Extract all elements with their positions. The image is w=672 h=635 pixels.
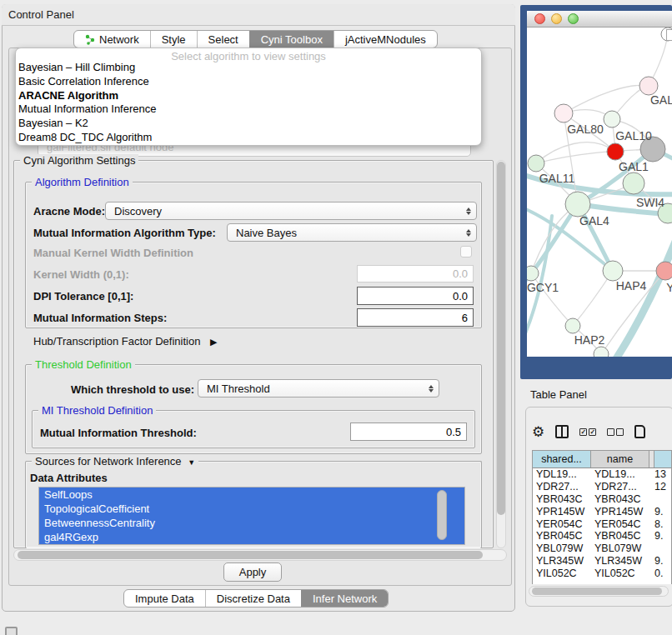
network-node[interactable] [565,318,580,333]
network-node[interactable] [639,77,658,95]
collapsed-arrow-icon: ▶ [210,337,217,348]
network-node[interactable] [603,261,623,281]
combo-spinner-icon [463,205,474,218]
apply-button[interactable]: Apply [223,562,282,582]
combo-spinner-icon [463,227,474,239]
mi-steps-field[interactable]: 6 [357,308,474,327]
mi-algorithm-type-combo[interactable]: Naive Bayes [227,223,477,242]
dpi-tolerance-field[interactable]: 0.0 [357,287,474,305]
attribute-list-item[interactable]: TopologicalCoefficient [39,502,464,516]
node-table: shared... name YDL19...YDL19...13YDR27..… [532,450,672,584]
new-table-icon[interactable] [634,425,645,438]
node-label: GCY1 [527,281,559,294]
minimize-window-icon[interactable] [551,13,562,24]
attributes-list-scrollbar[interactable] [437,490,447,540]
select-all-checkboxes-icon[interactable]: ✓✓ [579,428,596,436]
network-node[interactable] [623,172,644,194]
deselect-all-checkboxes-icon[interactable] [607,428,624,436]
column-header-third[interactable] [654,451,671,468]
node-label: Y [666,281,672,294]
algorithm-option[interactable]: Bayesian – K2 [16,117,481,131]
node-label: GAL11 [539,172,575,185]
tab-select[interactable]: Select [197,31,249,48]
tab-cyni-toolbox[interactable]: Cyni Toolbox [249,31,333,48]
node-label: HAP4 [616,279,647,292]
table-row[interactable]: YBR045CYBR045C9. [533,530,671,542]
tab-jactivemnodules[interactable]: jActiveMNodules [333,31,437,48]
table-row[interactable]: YPR145WYPR145W9. [533,505,671,518]
tab-impute-data[interactable]: Impute Data [124,590,205,607]
table-row[interactable]: YBR043CYBR043C [533,493,671,506]
manual-kernel-width-label: Manual Kernel Width Definition [33,247,193,259]
column-header-name[interactable]: name [591,451,649,468]
network-node[interactable] [554,104,573,122]
data-attributes-list[interactable]: SelfLoopsTopologicalCoefficientBetweenne… [38,487,465,545]
algorithm-option[interactable]: Basic Correlation Inference [16,75,481,89]
control-panel-tab-bar: Network Style Select Cyni Toolbox jActiv… [73,30,438,48]
kernel-width-label: Kernel Width (0,1): [33,268,129,281]
which-threshold-combo[interactable]: MI Threshold [198,379,439,398]
tab-infer-network[interactable]: Infer Network [301,590,388,607]
network-node[interactable] [527,266,539,281]
attribute-list-item[interactable]: SelfLoops [39,488,464,502]
network-node[interactable] [565,192,590,217]
table-row[interactable]: YER054CYER054C8. [533,518,671,530]
table-horizontal-scrollbar-thumb[interactable] [532,588,662,595]
table-row[interactable]: YBL079WYBL079W [533,542,671,555]
dpi-tolerance-label: DPI Tolerance [0,1]: [33,290,133,302]
settings-vertical-scrollbar-thumb[interactable] [497,162,505,515]
manual-kernel-width-checkbox[interactable] [460,246,472,258]
network-node[interactable] [528,155,544,172]
mi-steps-label: Mutual Information Steps: [33,312,167,324]
attribute-list-item[interactable]: BetweennessCentrality [39,516,464,530]
combo-spinner-icon [425,382,436,395]
algorithm-dropdown-popup: Select algorithm to view settings Bayesi… [15,48,482,146]
sources-group-title[interactable]: Sources for Network Inference ▼ [32,455,198,468]
mi-algorithm-type-label: Mutual Information Algorithm Type: [33,227,216,239]
collapsed-panel-icon[interactable] [5,627,18,635]
kernel-width-field[interactable]: 0.0 [357,265,474,282]
network-node[interactable] [656,262,672,280]
table-body[interactable]: YDL19...YDL19...13YDR27...YDR27...12YBR0… [533,468,671,579]
table-toolbar: ⚙ ✓✓ [532,420,672,443]
table-row[interactable]: YIL052CYIL052C0. [533,567,671,579]
settings-gear-icon[interactable]: ⚙ [532,425,544,439]
algorithm-option[interactable]: Dream8 DC_TDC Algorithm [16,131,481,145]
settings-horizontal-scrollbar-thumb[interactable] [18,551,483,559]
aracne-mode-label: Aracne Mode: [33,205,105,218]
which-threshold-label: Which threshold to use: [71,383,194,396]
close-window-icon[interactable] [534,13,545,24]
table-row[interactable]: YDR27...YDR27...12 [533,481,671,493]
algorithm-option-list: Bayesian – Hill ClimbingBasic Correlatio… [16,61,481,145]
mi-threshold-group-title: MI Threshold Definition [38,404,156,417]
table-row[interactable]: YLR345WYLR345W9. [533,555,671,568]
node-label: GAL4 [579,214,609,228]
attribute-list-item[interactable]: gal4RGexp [39,530,464,544]
node-label: SWI4 [636,196,664,209]
network-window-titlebar[interactable] [527,11,672,28]
table-row[interactable]: YDL19...YDL19...13 [533,468,671,481]
mi-threshold-field[interactable]: 0.5 [350,422,467,441]
column-header-shared[interactable]: shared... [533,451,591,468]
mi-threshold-label: Mutual Information Threshold: [40,427,197,439]
tab-network[interactable]: Network [74,31,150,48]
algorithm-option[interactable]: ARACNE Algorithm [16,89,481,103]
algorithm-option[interactable]: Bayesian – Hill Climbing [16,61,481,75]
zoom-window-icon[interactable] [568,13,579,24]
aracne-mode-combo[interactable]: Discovery [105,202,477,220]
network-node[interactable] [604,111,620,128]
expanded-arrow-icon: ▼ [188,458,195,467]
node-label: GAL1 [619,160,649,173]
column-layout-icon[interactable] [555,425,569,438]
table-panel-title: Table Panel [530,388,587,401]
node-label: GAL80 [567,122,604,136]
network-icon [85,34,96,45]
table-header: shared... name [533,451,671,468]
network-node[interactable] [607,143,624,160]
tab-discretize-data[interactable]: Discretize Data [205,590,301,607]
data-attributes-label: Data Attributes [30,472,108,484]
network-canvas[interactable]: GALGAL80GAL10GAL1GAL11SWI4GAL4GCY1HAP4YH… [527,28,672,357]
algorithm-option[interactable]: Mutual Information Inference [16,102,481,117]
hub-definition-toggle[interactable]: Hub/Transcription Factor Definition ▶ [33,335,217,348]
tab-style[interactable]: Style [150,31,197,48]
